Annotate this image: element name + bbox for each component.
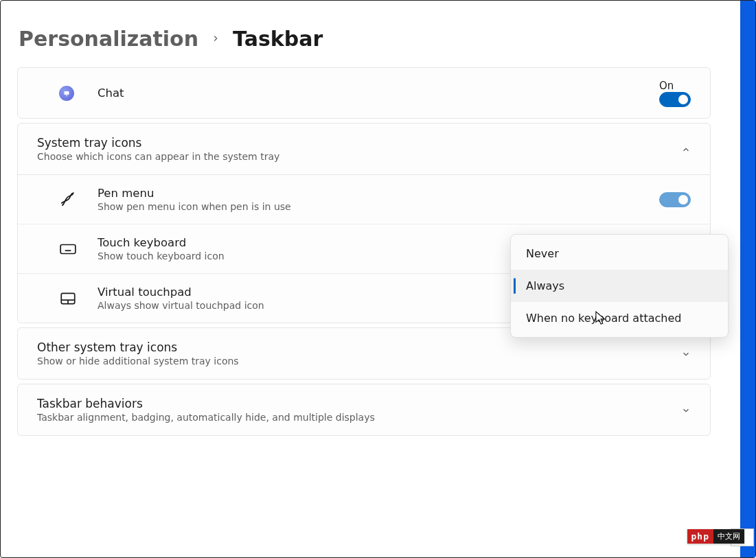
dropdown-option-always[interactable]: Always <box>511 270 728 302</box>
other-tray-title: Other system tray icons <box>37 340 681 354</box>
chat-state-text: On <box>659 80 674 92</box>
dropdown-option-no-keyboard[interactable]: When no keyboard attached <box>511 302 728 334</box>
chat-icon <box>59 86 98 101</box>
watermark-left: php <box>687 529 713 544</box>
chat-toggle[interactable] <box>659 92 691 107</box>
system-tray-subtitle: Choose which icons can appear in the sys… <box>37 151 681 162</box>
breadcrumb-parent[interactable]: Personalization <box>19 27 198 51</box>
svg-rect-1 <box>66 95 67 96</box>
settings-content: Personalization Taskbar Chat On <box>1 1 727 456</box>
system-tray-title: System tray icons <box>37 136 681 150</box>
taskbar-item-chat[interactable]: Chat On <box>17 67 711 119</box>
system-tray-header[interactable]: System tray icons Choose which icons can… <box>18 124 710 174</box>
chevron-down-icon <box>681 349 691 358</box>
touch-keyboard-dropdown: Never Always When no keyboard attached <box>510 234 729 338</box>
chevron-right-icon <box>211 32 220 46</box>
pen-menu-row[interactable]: Pen menu Show pen menu icon when pen is … <box>18 174 710 224</box>
pen-icon <box>59 191 98 209</box>
chevron-up-icon <box>681 144 691 154</box>
pen-menu-subtitle: Show pen menu icon when pen is in use <box>98 201 659 212</box>
behaviors-title: Taskbar behaviors <box>37 397 681 410</box>
keyboard-icon <box>59 240 98 258</box>
behaviors-subtitle: Taskbar alignment, badging, automaticall… <box>37 412 681 423</box>
breadcrumb-current: Taskbar <box>233 27 323 51</box>
watermark-right: 中文网 <box>713 529 744 544</box>
svg-rect-2 <box>60 244 76 253</box>
chevron-down-icon <box>681 405 691 415</box>
touchpad-icon <box>59 290 98 307</box>
watermark-badge: php 中文网 <box>687 529 744 544</box>
pen-menu-title: Pen menu <box>98 187 659 200</box>
other-tray-subtitle: Show or hide additional system tray icon… <box>37 356 681 367</box>
window-accent-edge <box>740 1 755 557</box>
dropdown-option-never[interactable]: Never <box>511 237 728 270</box>
chat-label: Chat <box>98 86 659 100</box>
taskbar-behaviors-section[interactable]: Taskbar behaviors Taskbar alignment, bad… <box>17 384 711 436</box>
svg-rect-0 <box>65 91 69 95</box>
cursor-icon <box>595 311 608 329</box>
pen-menu-toggle[interactable] <box>659 192 691 207</box>
breadcrumb: Personalization Taskbar <box>19 27 711 51</box>
